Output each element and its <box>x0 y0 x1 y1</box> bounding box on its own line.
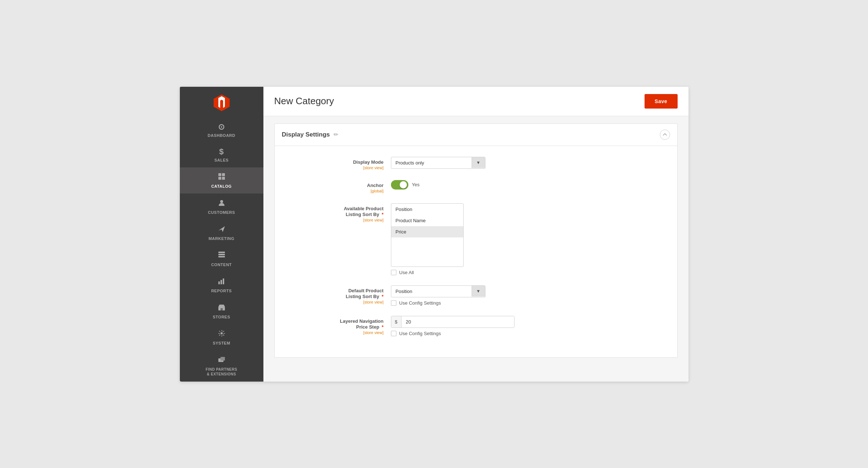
form-body: Display Mode [store view] Products only … <box>275 146 677 357</box>
extensions-icon <box>218 355 226 365</box>
anchor-sublabel: [global] <box>289 189 384 193</box>
display-mode-control: Products only ▼ <box>391 157 663 169</box>
sidebar-item-customers[interactable]: CUSTOMERS <box>180 194 263 220</box>
main-content: New Category Save Display Settings ✏ <box>263 87 689 382</box>
default-sort-select[interactable]: Position ▼ <box>391 285 485 297</box>
display-mode-label-group: Display Mode [store view] <box>289 157 391 170</box>
sales-icon: $ <box>219 148 224 156</box>
sidebar-item-content[interactable]: CONTENT <box>180 246 263 272</box>
anchor-toggle-label: Yes <box>412 182 420 187</box>
sidebar-logo <box>180 87 263 118</box>
svg-rect-0 <box>218 173 221 176</box>
use-config-nav-label: Use Config Settings <box>399 331 441 336</box>
available-sort-listbox[interactable]: Position Product Name Price <box>391 203 464 267</box>
sidebar-item-label: DASHBOARD <box>208 133 235 138</box>
layered-nav-sublabel: [store view] <box>289 330 384 335</box>
default-sort-arrow: ▼ <box>472 286 485 297</box>
listbox-item-product-name[interactable]: Product Name <box>391 215 463 226</box>
edit-icon[interactable]: ✏ <box>334 131 338 138</box>
sidebar-item-extensions[interactable]: FIND PARTNERS& EXTENSIONS <box>180 350 263 382</box>
sidebar-item-label: STORES <box>213 315 230 319</box>
svg-rect-10 <box>221 280 222 284</box>
sidebar-item-reports[interactable]: REPORTS <box>180 272 263 298</box>
svg-rect-1 <box>222 173 225 176</box>
sidebar-item-catalog[interactable]: CATALOG <box>180 167 263 194</box>
collapse-icon[interactable] <box>660 130 670 140</box>
svg-rect-2 <box>218 177 221 180</box>
anchor-control: Yes <box>391 180 663 190</box>
use-all-label: Use All <box>399 270 414 275</box>
customers-icon <box>218 199 226 208</box>
page-title: New Category <box>274 95 334 107</box>
svg-marker-5 <box>218 226 225 232</box>
toggle-knob <box>400 181 407 188</box>
reports-icon <box>218 277 226 286</box>
listbox-item-price[interactable]: Price <box>391 226 463 237</box>
price-prefix: $ <box>391 316 401 327</box>
use-config-nav-row: Use Config Settings <box>391 331 663 336</box>
sidebar-item-label: CONTENT <box>211 263 232 267</box>
content-area: Display Settings ✏ Display Mode <box>263 116 689 382</box>
default-sort-label-group: Default ProductListing Sort By * [store … <box>289 285 391 304</box>
use-config-sort-row: Use Config Settings <box>391 300 663 306</box>
content-icon <box>218 251 226 260</box>
sidebar-navigation: ⊙ DASHBOARD $ SALES CATALOG <box>180 118 263 382</box>
catalog-icon <box>218 172 226 182</box>
display-mode-row: Display Mode [store view] Products only … <box>289 157 663 170</box>
section-title: Display Settings <box>282 131 330 138</box>
svg-rect-6 <box>218 252 225 253</box>
stores-icon <box>218 303 226 313</box>
svg-rect-16 <box>221 357 225 361</box>
default-sort-row: Default ProductListing Sort By * [store … <box>289 285 663 306</box>
use-config-sort-label: Use Config Settings <box>399 300 441 306</box>
listbox-spacer <box>391 237 463 266</box>
sidebar-item-marketing[interactable]: MARKETING <box>180 220 263 246</box>
svg-rect-7 <box>218 254 225 255</box>
display-mode-label: Display Mode <box>353 159 384 165</box>
anchor-label: Anchor <box>367 183 384 188</box>
sidebar-item-label: SYSTEM <box>213 341 230 345</box>
page-header: New Category Save <box>263 87 689 116</box>
default-sort-control: Position ▼ Use Config Settings <box>391 285 663 306</box>
sidebar-item-label: FIND PARTNERS& EXTENSIONS <box>206 367 237 377</box>
svg-point-14 <box>221 332 223 334</box>
svg-point-4 <box>220 200 223 203</box>
system-icon <box>218 329 226 339</box>
svg-rect-3 <box>222 177 225 180</box>
sidebar-item-label: REPORTS <box>211 289 232 293</box>
layered-nav-label: Layered NavigationPrice Step * <box>340 318 384 330</box>
layered-nav-row: Layered NavigationPrice Step * [store vi… <box>289 316 663 336</box>
available-sort-row: Available ProductListing Sort By * [stor… <box>289 203 663 275</box>
display-mode-value: Products only <box>391 157 472 168</box>
sidebar-item-system[interactable]: SYSTEM <box>180 324 263 350</box>
svg-rect-8 <box>218 256 225 257</box>
default-sort-label: Default ProductListing Sort By * <box>346 288 383 299</box>
svg-rect-9 <box>218 281 220 284</box>
svg-rect-11 <box>223 278 224 284</box>
section-title-group: Display Settings ✏ <box>282 131 338 138</box>
display-mode-select[interactable]: Products only ▼ <box>391 157 485 169</box>
use-config-sort-checkbox[interactable] <box>391 300 396 306</box>
available-sort-label-group: Available ProductListing Sort By * [stor… <box>289 203 391 222</box>
anchor-row: Anchor [global] Yes <box>289 180 663 193</box>
default-sort-sublabel: [store view] <box>289 300 384 304</box>
price-step-input[interactable] <box>401 316 514 327</box>
sidebar-item-stores[interactable]: STORES <box>180 298 263 324</box>
sidebar-item-dashboard[interactable]: ⊙ DASHBOARD <box>180 118 263 143</box>
save-button[interactable]: Save <box>645 94 678 109</box>
anchor-label-group: Anchor [global] <box>289 180 391 193</box>
sidebar-item-label: SALES <box>214 158 229 162</box>
listbox-item-position[interactable]: Position <box>391 204 463 215</box>
price-step-input-wrapper: $ <box>391 316 514 328</box>
use-all-checkbox[interactable] <box>391 270 396 275</box>
default-sort-value: Position <box>391 286 472 297</box>
available-sort-sublabel: [store view] <box>289 218 384 222</box>
use-config-nav-checkbox[interactable] <box>391 331 396 336</box>
anchor-toggle[interactable] <box>391 180 408 190</box>
svg-rect-13 <box>221 308 223 310</box>
layered-nav-control: $ Use Config Settings <box>391 316 663 336</box>
available-sort-label: Available ProductListing Sort By * <box>344 206 383 217</box>
sidebar-item-sales[interactable]: $ SALES <box>180 143 263 167</box>
anchor-toggle-row: Yes <box>391 180 663 190</box>
use-all-row: Use All <box>391 270 663 275</box>
